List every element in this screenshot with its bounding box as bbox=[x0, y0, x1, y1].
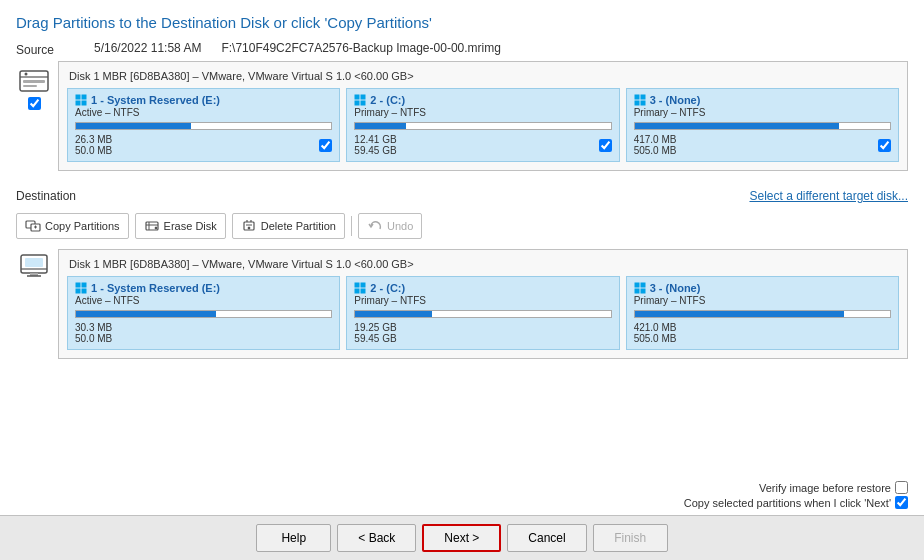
source-label: Source bbox=[16, 41, 86, 57]
dest-p3-bar bbox=[634, 310, 891, 318]
destination-disk-icon bbox=[18, 253, 50, 281]
copy-label: Copy selected partitions when I click 'N… bbox=[684, 497, 891, 509]
svg-rect-6 bbox=[82, 95, 87, 100]
dest-partitions-row: 1 - System Reserved (E:) Active – NTFS 3… bbox=[67, 276, 899, 350]
source-p1-size2: 50.0 MB bbox=[75, 145, 112, 156]
source-disk-icon-area bbox=[16, 61, 52, 113]
dest-p1-bar bbox=[75, 310, 332, 318]
source-partition-2: 2 - (C:) Primary – NTFS 12.41 GB 59.45 G… bbox=[346, 88, 619, 162]
svg-rect-4 bbox=[23, 85, 37, 87]
source-partition-1: 1 - System Reserved (E:) Active – NTFS 2… bbox=[67, 88, 340, 162]
svg-rect-10 bbox=[361, 95, 366, 100]
svg-rect-8 bbox=[82, 101, 87, 106]
dest-p1-size1: 30.3 MB bbox=[75, 322, 332, 333]
svg-rect-46 bbox=[640, 283, 645, 288]
svg-rect-36 bbox=[25, 258, 43, 267]
win-icon-2 bbox=[354, 94, 366, 106]
dest-p3-type: Primary – NTFS bbox=[634, 295, 891, 306]
dest-p3-size2: 505.0 MB bbox=[634, 333, 891, 344]
svg-rect-14 bbox=[640, 95, 645, 100]
destination-header-row: Destination Select a different target di… bbox=[16, 189, 908, 203]
win-icon-3 bbox=[634, 94, 646, 106]
source-disk-panel: Disk 1 MBR [6D8BA380] – VMware, VMware V… bbox=[58, 61, 908, 179]
copy-option: Copy selected partitions when I click 'N… bbox=[684, 496, 908, 509]
svg-rect-11 bbox=[355, 101, 360, 106]
dest-partition-2: 2 - (C:) Primary – NTFS 19.25 GB 59.45 G… bbox=[346, 276, 619, 350]
svg-rect-43 bbox=[355, 289, 360, 294]
copy-partitions-label: Copy Partitions bbox=[45, 220, 120, 232]
copy-partitions-icon bbox=[25, 218, 41, 234]
dest-p1-size2: 50.0 MB bbox=[75, 333, 332, 344]
svg-rect-39 bbox=[76, 289, 81, 294]
source-p3-checkbox[interactable] bbox=[878, 139, 891, 152]
finish-button[interactable]: Finish bbox=[593, 524, 668, 552]
source-file: F:\710F49C2FC7A2576-Backup Image-00-00.m… bbox=[221, 41, 500, 55]
source-p3-size1: 417.0 MB bbox=[634, 134, 677, 145]
source-checkbox[interactable] bbox=[28, 97, 41, 110]
svg-rect-3 bbox=[23, 80, 45, 83]
erase-disk-icon bbox=[144, 218, 160, 234]
source-p1-size1: 26.3 MB bbox=[75, 134, 112, 145]
source-p1-checkbox[interactable] bbox=[319, 139, 332, 152]
erase-disk-label: Erase Disk bbox=[164, 220, 217, 232]
svg-point-2 bbox=[25, 73, 28, 76]
dest-p2-name: 2 - (C:) bbox=[370, 282, 405, 294]
verify-checkbox[interactable] bbox=[895, 481, 908, 494]
toolbar-row: Copy Partitions Erase Disk bbox=[16, 209, 908, 243]
svg-rect-37 bbox=[76, 283, 81, 288]
svg-rect-45 bbox=[634, 283, 639, 288]
dest-disk-content: Disk 1 MBR [6D8BA380] – VMware, VMware V… bbox=[58, 249, 908, 367]
source-p2-checkbox[interactable] bbox=[599, 139, 612, 152]
source-p1-name: 1 - System Reserved (E:) bbox=[91, 94, 220, 106]
options-row: Verify image before restore Copy selecte… bbox=[16, 481, 908, 509]
erase-disk-button[interactable]: Erase Disk bbox=[135, 213, 226, 239]
source-info: 5/16/2022 11:58 AM F:\710F49C2FC7A2576-B… bbox=[94, 41, 501, 55]
back-button[interactable]: < Back bbox=[337, 524, 416, 552]
copy-partitions-button[interactable]: Copy Partitions bbox=[16, 213, 129, 239]
dest-disk-icon-area bbox=[16, 249, 52, 281]
destination-label: Destination bbox=[16, 189, 76, 203]
dest-partition-3: 3 - (None) Primary – NTFS 421.0 MB 505.0… bbox=[626, 276, 899, 350]
svg-rect-47 bbox=[634, 289, 639, 294]
dest-p3-size1: 421.0 MB bbox=[634, 322, 891, 333]
dest-win-icon-1 bbox=[75, 282, 87, 294]
svg-rect-40 bbox=[82, 289, 87, 294]
svg-rect-7 bbox=[76, 101, 81, 106]
source-partitions-row: 1 - System Reserved (E:) Active – NTFS 2… bbox=[67, 88, 899, 162]
svg-rect-12 bbox=[361, 101, 366, 106]
select-target-link[interactable]: Select a different target disk... bbox=[749, 189, 908, 203]
next-button[interactable]: Next > bbox=[422, 524, 501, 552]
svg-rect-5 bbox=[76, 95, 81, 100]
source-p1-bar bbox=[75, 122, 332, 130]
win-icon-1 bbox=[75, 94, 87, 106]
help-button[interactable]: Help bbox=[256, 524, 331, 552]
buttons-row: Help < Back Next > Cancel Finish bbox=[0, 515, 924, 560]
page-title: Drag Partitions to the Destination Disk … bbox=[16, 14, 908, 31]
dest-win-icon-3 bbox=[634, 282, 646, 294]
source-p2-size1: 12.41 GB bbox=[354, 134, 396, 145]
cancel-button[interactable]: Cancel bbox=[507, 524, 586, 552]
svg-rect-15 bbox=[634, 101, 639, 106]
undo-icon bbox=[367, 218, 383, 234]
toolbar-divider bbox=[351, 216, 352, 236]
dest-p1-type: Active – NTFS bbox=[75, 295, 332, 306]
svg-rect-44 bbox=[361, 289, 366, 294]
source-p2-bar bbox=[354, 122, 611, 130]
svg-rect-42 bbox=[361, 283, 366, 288]
verify-label: Verify image before restore bbox=[759, 482, 891, 494]
svg-rect-38 bbox=[82, 283, 87, 288]
dest-p2-size1: 19.25 GB bbox=[354, 322, 611, 333]
undo-button[interactable]: Undo bbox=[358, 213, 422, 239]
svg-rect-16 bbox=[640, 101, 645, 106]
svg-rect-13 bbox=[634, 95, 639, 100]
verify-option: Verify image before restore bbox=[759, 481, 908, 494]
dest-disk-header: Disk 1 MBR [6D8BA380] – VMware, VMware V… bbox=[67, 258, 899, 270]
source-p2-size2: 59.45 GB bbox=[354, 145, 396, 156]
svg-rect-48 bbox=[640, 289, 645, 294]
delete-partition-button[interactable]: Delete Partition bbox=[232, 213, 345, 239]
source-p2-name: 2 - (C:) bbox=[370, 94, 405, 106]
copy-checkbox[interactable] bbox=[895, 496, 908, 509]
dest-p1-name: 1 - System Reserved (E:) bbox=[91, 282, 220, 294]
delete-partition-icon bbox=[241, 218, 257, 234]
source-partition-3: 3 - (None) Primary – NTFS 417.0 MB 505.0… bbox=[626, 88, 899, 162]
